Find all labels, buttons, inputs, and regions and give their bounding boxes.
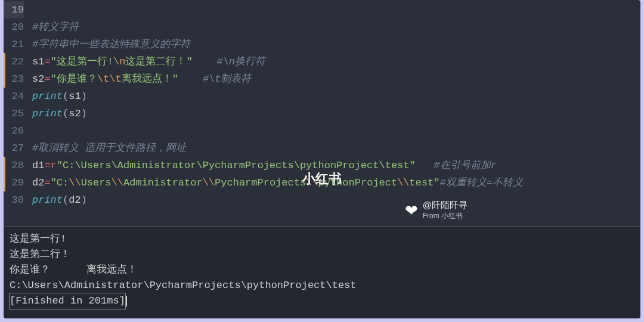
token: =	[44, 73, 50, 85]
token: s1	[69, 91, 80, 102]
token: )	[81, 108, 87, 119]
console-line: 这是第二行！	[10, 247, 634, 262]
token: print	[32, 108, 63, 119]
token: \t\t	[97, 73, 122, 85]
console-line: C:\Users\Administrator\PycharmProjects\p…	[10, 278, 634, 293]
token: #字符串中一些表达特殊意义的字符	[32, 39, 190, 50]
output-console[interactable]: 这是第一行!这是第二行！你是谁？ 离我远点！C:\Users\Administr…	[4, 227, 640, 318]
token: "C:\Users\Administrator\PycharmProjects\…	[57, 160, 416, 171]
heart-icon: ❤	[405, 202, 418, 220]
token: )	[81, 91, 87, 102]
code-line[interactable]: print(d2)	[32, 191, 640, 209]
token: #双重转义=不转义	[440, 177, 523, 188]
token: #在引号前加r	[434, 160, 496, 171]
token: PycharmProjects	[215, 177, 306, 188]
watermark-center: 小红书	[302, 170, 342, 188]
line-number: 23	[4, 70, 24, 88]
line-number: 22	[4, 53, 24, 70]
watermark-author: ❤ @阡陌阡寻 From 小红书	[405, 200, 467, 221]
token: #\t制表符	[203, 73, 252, 85]
code-line[interactable]: print(s2)	[32, 105, 640, 122]
token: 这是第二行！"	[125, 56, 192, 67]
token: #取消转义 适用于文件路径，网址	[32, 143, 186, 154]
token: print	[32, 91, 63, 102]
token: (	[63, 194, 69, 206]
code-line[interactable]	[32, 122, 640, 140]
line-number: 20	[4, 18, 24, 36]
line-gutter: 192021222324252627282930	[4, 0, 27, 226]
console-line: 这是第一行!	[10, 231, 634, 247]
token: =	[44, 56, 50, 67]
token: (	[63, 91, 69, 102]
token: \\	[397, 177, 409, 188]
token: 离我远点！"	[122, 73, 178, 85]
line-number: 28	[4, 157, 24, 174]
code-editor[interactable]: 192021222324252627282930 #转义字符#字符串中一些表达特…	[4, 0, 640, 227]
token: print	[32, 194, 63, 206]
token: test"	[410, 177, 440, 188]
token: (	[63, 108, 69, 119]
token: d2	[32, 177, 44, 188]
token: d1	[32, 160, 44, 171]
code-line[interactable]	[32, 1, 640, 18]
code-line[interactable]: #转义字符	[32, 18, 640, 36]
token: \\	[112, 177, 123, 188]
code-line[interactable]: print(s1)	[32, 88, 640, 105]
code-line[interactable]: #字符串中一些表达特殊意义的字符	[32, 36, 640, 53]
token: \\	[69, 177, 80, 188]
code-line[interactable]: s1="这是第一行!\n这是第二行！" #\n换行符	[32, 53, 640, 70]
token: \n	[113, 56, 125, 67]
line-number: 27	[4, 140, 24, 157]
token: s1	[32, 56, 44, 67]
token	[416, 160, 434, 171]
token: =	[44, 160, 50, 171]
line-number: 24	[4, 88, 24, 105]
watermark-from: From 小红书	[423, 211, 467, 221]
line-number: 19	[4, 1, 24, 18]
token: \\	[203, 177, 215, 188]
token: #转义字符	[32, 21, 79, 33]
console-line: 你是谁？ 离我远点！	[10, 262, 634, 278]
token: d2	[69, 194, 80, 206]
token: "你是谁？	[51, 73, 97, 85]
watermark-handle: @阡陌阡寻	[423, 200, 467, 211]
token: Administrator	[123, 177, 203, 188]
cursor	[126, 296, 127, 306]
line-number: 26	[4, 122, 24, 140]
console-finished: [Finished in 201ms]	[10, 293, 634, 309]
line-number: 21	[4, 36, 24, 53]
token: "这是第一行!	[51, 56, 113, 67]
code-line[interactable]: #取消转义 适用于文件路径，网址	[32, 140, 640, 157]
token: "C:	[51, 177, 69, 188]
token: #\n换行符	[216, 56, 265, 67]
token: Users	[81, 177, 112, 188]
code-area[interactable]: #转义字符#字符串中一些表达特殊意义的字符s1="这是第一行!\n这是第二行！"…	[27, 0, 640, 226]
code-line[interactable]: s2="你是谁？\t\t离我远点！" #\t制表符	[32, 70, 640, 88]
token: =	[44, 177, 50, 188]
line-number: 29	[4, 174, 24, 191]
token	[178, 73, 203, 85]
line-number: 25	[4, 105, 24, 122]
token: )	[81, 194, 87, 206]
token: s2	[69, 108, 80, 119]
token: r	[51, 160, 57, 171]
token	[193, 56, 217, 67]
line-number: 30	[4, 191, 24, 209]
token: s2	[32, 73, 44, 85]
